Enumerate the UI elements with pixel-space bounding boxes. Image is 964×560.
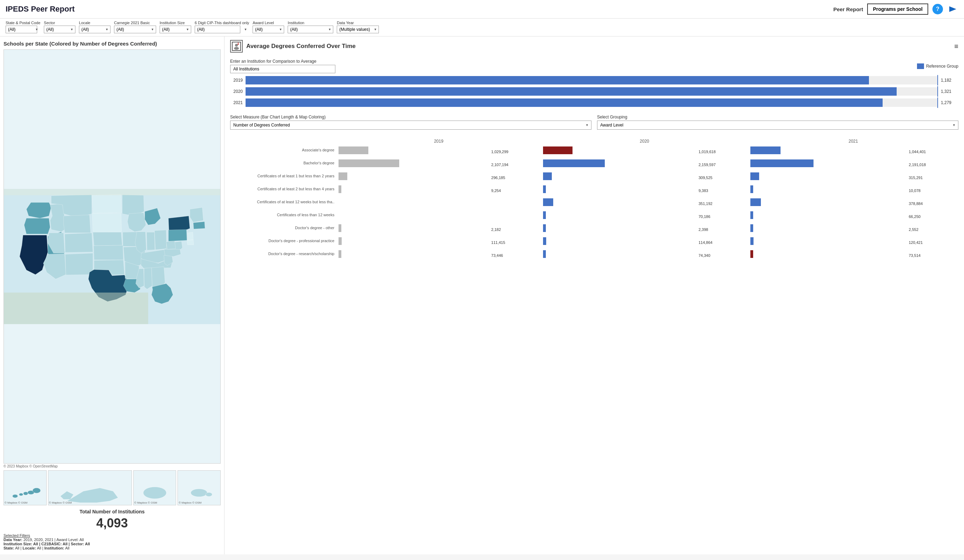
state-or[interactable] bbox=[24, 218, 50, 234]
bar-visual bbox=[339, 172, 347, 180]
bar-visual bbox=[543, 211, 546, 219]
row-label: Doctor's degree - professional practice bbox=[230, 234, 336, 247]
time-bar-fill bbox=[246, 99, 883, 107]
filter-data-year-select[interactable]: (Multiple values) bbox=[337, 26, 379, 33]
bar-visual bbox=[751, 224, 753, 232]
time-bar-row: 2021 1,279 bbox=[230, 99, 958, 107]
state-nj[interactable] bbox=[188, 232, 193, 240]
bar-visual bbox=[751, 211, 753, 219]
filter-locale-select[interactable]: (All) bbox=[79, 26, 111, 33]
filter-award-select[interactable]: (All) bbox=[252, 26, 284, 33]
state-ne-region[interactable] bbox=[190, 208, 204, 222]
state-in[interactable] bbox=[147, 232, 155, 250]
filter-institution-select[interactable]: (All) bbox=[288, 26, 333, 33]
bar-cell-2020 bbox=[541, 170, 695, 183]
programs-per-school-button[interactable]: Programs per School bbox=[867, 3, 928, 15]
filter-state-select[interactable]: (All) bbox=[6, 26, 37, 33]
svg-point-5 bbox=[19, 493, 23, 496]
inset-alaska-credit: © Mapbox © OSM bbox=[49, 501, 72, 504]
row-label: Bachelor's degree bbox=[230, 157, 336, 170]
value-cell-2019: 111,415 bbox=[488, 234, 541, 247]
inset-pr2[interactable]: © Mapbox © OSM bbox=[177, 470, 221, 505]
section-icon bbox=[230, 40, 243, 53]
filter-carnegie-select[interactable]: (All) bbox=[114, 26, 156, 33]
state-nm[interactable] bbox=[65, 253, 93, 275]
bar-value-text: 9,383 bbox=[697, 188, 708, 193]
state-id[interactable] bbox=[50, 204, 65, 232]
state-md[interactable] bbox=[187, 240, 194, 245]
total-label: Total Number of Institutions bbox=[3, 509, 221, 515]
inset-alaska[interactable]: © Mapbox © OSM bbox=[48, 470, 132, 505]
usa-map[interactable] bbox=[3, 49, 221, 464]
state-co[interactable] bbox=[65, 233, 93, 253]
time-bar-track bbox=[246, 76, 938, 84]
time-bar-row: 2019 1,182 bbox=[230, 76, 958, 84]
bar-visual bbox=[543, 146, 573, 154]
svg-point-12 bbox=[191, 489, 207, 497]
state-ma-region[interactable] bbox=[193, 221, 205, 229]
state-oh[interactable] bbox=[154, 230, 167, 250]
bar-value-text: 9,254 bbox=[490, 188, 501, 193]
filter-cip-label: 6 Digit CIP-This dashboard only bbox=[195, 21, 249, 25]
row-label: Certificates of at least 1 but less than… bbox=[230, 170, 336, 183]
time-bar-year: 2020 bbox=[230, 89, 243, 94]
bar-value-text: 114,864 bbox=[697, 240, 712, 245]
table-row: Bachelor's degree2,107,1942,159,5972,191… bbox=[230, 157, 958, 170]
state-sd[interactable] bbox=[92, 213, 122, 232]
ref-group-color-box bbox=[917, 63, 924, 69]
row-label: Certificates of at least 12 weeks but le… bbox=[230, 196, 336, 208]
bar-value-text: 1,019,618 bbox=[697, 149, 716, 154]
state-ks[interactable] bbox=[94, 245, 124, 260]
navigate-icon[interactable] bbox=[947, 3, 958, 15]
bar-visual bbox=[543, 198, 553, 206]
section-header: Average Degrees Conferred Over Time ≡ bbox=[230, 40, 958, 53]
data-table-section: 201920202021Associate's degree1,029,2991… bbox=[230, 137, 958, 551]
state-pa[interactable] bbox=[168, 229, 187, 242]
measure-select[interactable]: Number of Degrees Conferred bbox=[230, 120, 591, 130]
grouping-label: Select Grouping bbox=[597, 115, 958, 120]
time-bar-year: 2019 bbox=[230, 78, 243, 83]
grouping-select[interactable]: Award Level bbox=[597, 120, 958, 130]
map-title: Schools per State (Colored by Number of … bbox=[3, 41, 221, 47]
state-wv[interactable] bbox=[166, 240, 176, 250]
state-al[interactable] bbox=[144, 268, 152, 289]
state-wa[interactable] bbox=[26, 203, 51, 218]
state-wy[interactable] bbox=[64, 215, 91, 233]
value-cell-2020: 9,383 bbox=[695, 183, 748, 196]
state-ne[interactable] bbox=[93, 232, 122, 246]
inset-pr1[interactable]: © Mapbox © OSM bbox=[133, 470, 176, 505]
bar-cell-2021 bbox=[748, 144, 905, 157]
bar-value-text: 2,191,018 bbox=[907, 162, 926, 167]
bar-value-text: 1,044,401 bbox=[907, 149, 926, 154]
measure-label: Select Measure (Bar Chart Length & Map C… bbox=[230, 115, 591, 120]
filter-carnegie-label: Carnegie 2021 Basic bbox=[114, 21, 156, 25]
inset-hawaii[interactable]: © Mapbox © OSM bbox=[3, 470, 47, 505]
bar-cell-2021 bbox=[748, 208, 905, 221]
header-right: Peer Report Programs per School ? bbox=[833, 3, 958, 15]
svg-point-4 bbox=[13, 495, 18, 498]
value-cell-2021: 120,421 bbox=[905, 234, 958, 247]
help-button[interactable]: ? bbox=[932, 4, 943, 15]
state-ny[interactable] bbox=[168, 216, 190, 230]
comparison-input[interactable] bbox=[230, 65, 335, 73]
bar-value-text: 70,186 bbox=[697, 214, 710, 219]
selected-filters-section: Selected Filters Data Year: 2019, 2020, … bbox=[3, 533, 221, 550]
time-bar-track bbox=[246, 99, 938, 107]
selected-filters-title[interactable]: Selected Filters bbox=[3, 533, 221, 537]
bar-cell-2020 bbox=[541, 221, 695, 234]
filter-inst-size-select[interactable]: (All) bbox=[160, 26, 191, 33]
state-nd[interactable] bbox=[92, 195, 122, 213]
value-cell-2019: 2,107,194 bbox=[488, 157, 541, 170]
filter-locale-label: Locale bbox=[79, 21, 111, 25]
inset-maps: © Mapbox © OSM © Mapbox © OSM © Mapbox ©… bbox=[3, 470, 221, 505]
bar-value-text: 2,182 bbox=[490, 227, 501, 232]
year-header-2021: 2021 bbox=[748, 137, 958, 144]
svg-point-17 bbox=[238, 44, 239, 45]
comparison-label: Enter an Institution for Comparison to A… bbox=[230, 59, 913, 64]
svg-marker-0 bbox=[949, 6, 956, 12]
hamburger-menu-icon[interactable]: ≡ bbox=[954, 42, 958, 50]
filter-sector-select[interactable]: (All) bbox=[44, 26, 75, 33]
value-cell-2021: 73,514 bbox=[905, 247, 958, 260]
bar-cell-2021 bbox=[748, 234, 905, 247]
filter-cip-select[interactable]: (All) bbox=[195, 26, 240, 33]
